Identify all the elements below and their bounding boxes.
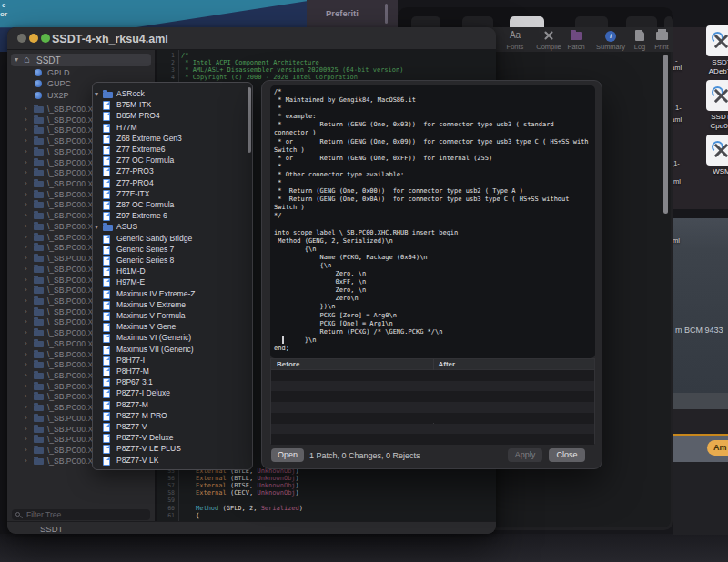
line-number: 59: [157, 497, 175, 504]
finder-scrollbar[interactable]: [385, 4, 388, 24]
dropdown-item-p8h77-m[interactable]: P8H77-M: [93, 366, 252, 377]
editor-line: 57External (BTSE, UnknownObj): [157, 482, 496, 489]
window-title: SSDT-4-xh_rksu4.aml: [52, 33, 168, 45]
dropdown-item-asrock[interactable]: ▾ASRock: [93, 89, 252, 100]
line-number: 56: [157, 475, 175, 482]
editor-line: 58External (CECV, UnknownObj): [157, 489, 496, 497]
open-button[interactable]: Open: [271, 448, 304, 462]
dropdown-item-maximus-v-gene[interactable]: Maximus V Gene: [93, 322, 252, 333]
dropdown-item-z77-pro4[interactable]: Z77-PRO4: [93, 178, 252, 189]
dropdown-item-z77-oc-formula[interactable]: Z77 OC Formula: [93, 156, 252, 166]
editor-scrollbar-thumb[interactable]: [663, 55, 668, 214]
patch-text-area[interactable]: /* * Maintained by Gengik84, MacOS86.it …: [270, 85, 595, 358]
dropdown-item-p8z77-v-deluxe[interactable]: P8Z77-V Deluxe: [93, 433, 252, 444]
document-icon: [103, 323, 110, 332]
dropdown-item-maximus-v-extreme[interactable]: Maximus V Extreme: [93, 300, 252, 311]
dropdown-item-h97m-e[interactable]: H97M-E: [93, 277, 252, 288]
dropdown-item-p8z77-m-pro[interactable]: P8Z77-M PRO: [93, 411, 252, 422]
desktop-bottom: [0, 534, 728, 562]
dropdown-item-label: ASRock: [116, 89, 145, 98]
minimize-button[interactable]: [29, 34, 38, 43]
zoom-button[interactable]: [41, 34, 50, 43]
dropdown-item-maximus-vii-generic-[interactable]: Maximus VII (Generic): [93, 345, 252, 356]
chevron-down-icon: ▾: [95, 223, 98, 231]
apply-button[interactable]: Apply: [508, 448, 542, 462]
finder-window-sliver: Preferiti: [307, 0, 398, 27]
dropdown-item-z77-pro3[interactable]: Z77-PRO3: [93, 166, 252, 177]
dropdown-item-b75m-itx[interactable]: B75M-ITX: [93, 100, 252, 111]
folder-icon: [34, 384, 44, 390]
line-number: 1: [157, 52, 175, 59]
dropdown-item-label: ASUS: [116, 222, 137, 231]
dropdown-item-z87-oc-formula[interactable]: Z87 OC Formula: [93, 200, 252, 211]
document-icon: [103, 423, 110, 432]
dropdown-item-asus[interactable]: ▾ASUS: [93, 222, 252, 233]
dropdown-item-h77m[interactable]: H77M: [93, 123, 252, 134]
toolbar-button-label: Print: [642, 43, 682, 51]
dropdown-item-maximus-iv-extreme-z[interactable]: Maximus IV Extreme-Z: [93, 289, 252, 300]
desktop-file-icon[interactable]: [706, 80, 728, 111]
dropdown-item-z68-extreme-gen3[interactable]: Z68 Extreme Gen3: [93, 134, 252, 145]
folder-icon: [34, 245, 44, 251]
status-text: SSDT: [40, 524, 63, 534]
dropdown-item-p8z77-i-deluxe[interactable]: P8Z77-I Deluxe: [93, 388, 252, 399]
dropdown-item-p8p67-3-1[interactable]: P8P67 3.1: [93, 377, 252, 388]
dropdown-item-label: B75M-ITX: [116, 100, 151, 109]
folder-icon: [34, 458, 44, 465]
document-icon: [103, 346, 110, 355]
document-icon: [103, 124, 110, 133]
file-tab-active[interactable]: [510, 16, 544, 27]
file-tab[interactable]: [462, 16, 493, 27]
folder-icon: [34, 277, 44, 284]
dropdown-item-label: Generic Sandy Bridge: [116, 234, 192, 243]
folder-icon: [34, 373, 44, 379]
chevron-right-icon: ›: [25, 350, 27, 358]
dropdown-item-h61m-d[interactable]: H61M-D: [93, 266, 252, 277]
filter-input[interactable]: [12, 509, 150, 520]
patch-text[interactable]: /* * Maintained by Gengik84, MacOS86.it …: [270, 85, 595, 356]
background-panel: m BCM 9433: [673, 218, 728, 393]
dropdown-item-label: Z77E-ITX: [116, 189, 149, 198]
dropdown-scrollbar-thumb[interactable]: [248, 87, 251, 153]
line-number: 4: [157, 74, 175, 81]
code-text: {: [181, 512, 199, 519]
dropdown-item-z97-extreme-6[interactable]: Z97 Extreme 6: [93, 211, 252, 222]
desktop-file-icon[interactable]: [706, 135, 728, 166]
dropdown-item-generic-series-8[interactable]: Generic Series 8: [93, 256, 252, 266]
file-tab[interactable]: [626, 16, 657, 27]
code-text: (BTSE,: [227, 482, 258, 489]
file-tab[interactable]: [664, 16, 673, 27]
dropdown-item-b85m-pro4[interactable]: B85M PRO4: [93, 111, 252, 122]
dropdown-item-p8z77-v-lk[interactable]: P8Z77-V LK: [93, 456, 252, 467]
toolbar-button-print[interactable]: Print: [642, 29, 682, 51]
tree-root-ssdt[interactable]: ▾ ⌂ SSDT: [11, 54, 151, 66]
dropdown-item-maximus-vi-generic-[interactable]: Maximus VI (Generic): [93, 333, 252, 344]
file-tab[interactable]: [411, 16, 440, 27]
code-text: * Intel ACPI Component Architecture: [181, 59, 319, 66]
code-text: (GPLD, 2,: [218, 505, 260, 512]
dropdown-item-p8h77-i[interactable]: P8H77-I: [93, 356, 252, 366]
keyword: External: [196, 489, 227, 497]
dropdown-item-maximus-v-formula[interactable]: Maximus V Formula: [93, 311, 252, 322]
dropdown-item-p8z77-m[interactable]: P8Z77-M: [93, 400, 252, 411]
dropdown-item-p8z77-v-le-plus[interactable]: P8Z77-V LE PLUS: [93, 444, 252, 455]
scope-icon: [35, 69, 42, 76]
dropdown-item-z77e-itx[interactable]: Z77E-ITX: [93, 189, 252, 200]
code-text: ): [296, 482, 299, 489]
dropdown-item-generic-series-7[interactable]: Generic Series 7: [93, 245, 252, 256]
amber-button[interactable]: Am: [707, 440, 728, 456]
desktop-file-icon[interactable]: [706, 25, 728, 56]
file-tab[interactable]: [575, 16, 608, 27]
document-icon: [103, 301, 110, 310]
chevron-down-icon[interactable]: ▾: [15, 55, 18, 64]
close-button[interactable]: [17, 34, 26, 43]
document-icon: [103, 112, 110, 121]
dropdown-item-generic-sandy-bridge[interactable]: Generic Sandy Bridge: [93, 234, 252, 245]
folder-icon: [34, 127, 44, 134]
sidebar-item-label: GPLD: [47, 68, 70, 77]
close-button[interactable]: Close: [549, 448, 585, 462]
dropdown-item-p8z77-v[interactable]: P8Z77-V: [93, 422, 252, 433]
sidebar-item-gpld[interactable]: GPLD: [7, 67, 155, 78]
sidebar-item-label: UX2P: [47, 91, 69, 100]
dropdown-item-z77-extreme6[interactable]: Z77 Extreme6: [93, 145, 252, 156]
